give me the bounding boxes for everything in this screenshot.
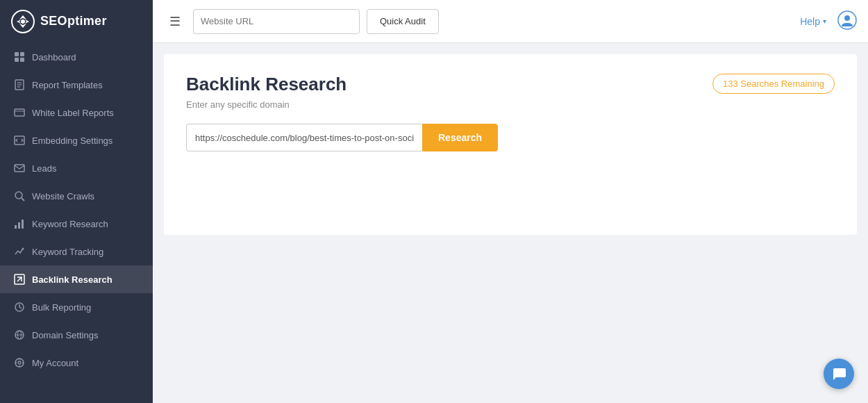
header: SEOptimer ☰ Quick Audit Help ▾ bbox=[0, 0, 868, 43]
svg-line-17 bbox=[22, 198, 24, 201]
sidebar-label-bulk-reporting: Bulk Reporting bbox=[32, 302, 91, 313]
sidebar-label-embedding: Embedding Settings bbox=[32, 135, 112, 146]
user-avatar-icon bbox=[837, 10, 857, 30]
page-header-left: Backlink Research Enter any specific dom… bbox=[186, 74, 347, 124]
search-row: Research bbox=[186, 124, 835, 151]
sidebar-item-leads[interactable]: Leads bbox=[0, 154, 153, 182]
help-button[interactable]: Help ▾ bbox=[800, 16, 826, 27]
sidebar-item-website-crawls[interactable]: Website Crawls bbox=[0, 182, 153, 210]
svg-line-23 bbox=[17, 277, 22, 281]
sidebar-label-white-label: White Label Reports bbox=[32, 108, 114, 118]
svg-rect-20 bbox=[22, 220, 24, 229]
svg-point-21 bbox=[22, 248, 24, 250]
sidebar-item-keyword-tracking[interactable]: Keyword Tracking bbox=[0, 238, 153, 265]
embedding-icon bbox=[14, 135, 25, 146]
svg-rect-12 bbox=[15, 109, 24, 116]
help-label: Help bbox=[800, 16, 820, 27]
crawls-icon bbox=[14, 190, 25, 202]
main-content: Backlink Research Enter any specific dom… bbox=[153, 43, 868, 403]
app-layout: Dashboard Report Templates White Label R… bbox=[0, 43, 868, 403]
report-templates-icon bbox=[14, 79, 25, 90]
white-label-icon bbox=[14, 107, 25, 118]
quick-audit-button[interactable]: Quick Audit bbox=[367, 9, 439, 34]
svg-point-16 bbox=[15, 192, 22, 199]
sidebar-label-backlink-research: Backlink Research bbox=[32, 274, 112, 285]
sidebar: Dashboard Report Templates White Label R… bbox=[0, 43, 153, 403]
searches-remaining-badge: 133 Searches Remaining bbox=[712, 74, 835, 94]
domain-settings-icon bbox=[14, 329, 25, 340]
account-icon bbox=[14, 357, 25, 368]
svg-rect-4 bbox=[15, 52, 19, 56]
sidebar-item-domain-settings[interactable]: Domain Settings bbox=[0, 321, 153, 349]
sidebar-label-website-crawls: Website Crawls bbox=[32, 191, 94, 202]
help-chevron-icon: ▾ bbox=[823, 17, 826, 25]
logo-text: SEOptimer bbox=[40, 14, 107, 28]
logo-icon bbox=[11, 10, 35, 33]
sidebar-label-my-account: My Account bbox=[32, 358, 78, 368]
svg-rect-5 bbox=[20, 52, 24, 56]
sidebar-item-dashboard[interactable]: Dashboard bbox=[0, 43, 153, 71]
dashboard-icon bbox=[14, 51, 25, 63]
sidebar-item-embedding[interactable]: Embedding Settings bbox=[0, 126, 153, 154]
sidebar-label-domain-settings: Domain Settings bbox=[32, 330, 98, 340]
svg-point-31 bbox=[18, 361, 21, 364]
sidebar-item-bulk-reporting[interactable]: Bulk Reporting bbox=[0, 293, 153, 321]
bulk-reporting-icon bbox=[14, 302, 25, 313]
leads-icon bbox=[14, 163, 25, 174]
gray-content-area bbox=[153, 246, 868, 403]
content-header: Backlink Research Enter any specific dom… bbox=[186, 74, 835, 124]
hamburger-button[interactable]: ☰ bbox=[164, 11, 186, 32]
user-icon-button[interactable] bbox=[837, 10, 857, 32]
chat-button[interactable] bbox=[824, 359, 854, 389]
research-button[interactable]: Research bbox=[422, 124, 498, 151]
svg-point-3 bbox=[844, 15, 850, 21]
logo[interactable]: SEOptimer bbox=[0, 0, 153, 43]
svg-rect-19 bbox=[18, 222, 20, 229]
svg-rect-6 bbox=[15, 58, 19, 62]
content-area: Backlink Research Enter any specific dom… bbox=[164, 54, 857, 235]
chat-icon bbox=[831, 366, 846, 381]
sidebar-item-white-label[interactable]: White Label Reports bbox=[0, 99, 153, 126]
sidebar-label-report-templates: Report Templates bbox=[32, 80, 103, 90]
sidebar-label-leads: Leads bbox=[32, 163, 56, 174]
website-url-input[interactable] bbox=[193, 9, 360, 34]
sidebar-item-backlink-research[interactable]: Backlink Research bbox=[0, 265, 153, 293]
header-right: Help ▾ bbox=[800, 10, 857, 32]
sidebar-item-my-account[interactable]: My Account bbox=[0, 349, 153, 377]
svg-line-26 bbox=[19, 307, 22, 309]
header-controls: ☰ Quick Audit bbox=[164, 9, 800, 34]
backlink-icon bbox=[14, 274, 25, 285]
domain-input[interactable] bbox=[186, 124, 422, 151]
kw-tracking-icon bbox=[14, 246, 25, 257]
sidebar-item-report-templates[interactable]: Report Templates bbox=[0, 71, 153, 99]
kw-research-icon bbox=[14, 218, 25, 229]
svg-rect-15 bbox=[15, 165, 24, 172]
svg-rect-7 bbox=[20, 58, 24, 62]
sidebar-label-dashboard: Dashboard bbox=[32, 52, 76, 63]
svg-rect-18 bbox=[15, 225, 17, 229]
svg-point-1 bbox=[21, 19, 25, 24]
sidebar-label-keyword-tracking: Keyword Tracking bbox=[32, 247, 103, 257]
page-title: Backlink Research bbox=[186, 74, 347, 95]
page-subtitle: Enter any specific domain bbox=[186, 99, 347, 110]
sidebar-item-keyword-research[interactable]: Keyword Research bbox=[0, 210, 153, 238]
sidebar-label-keyword-research: Keyword Research bbox=[32, 219, 108, 229]
